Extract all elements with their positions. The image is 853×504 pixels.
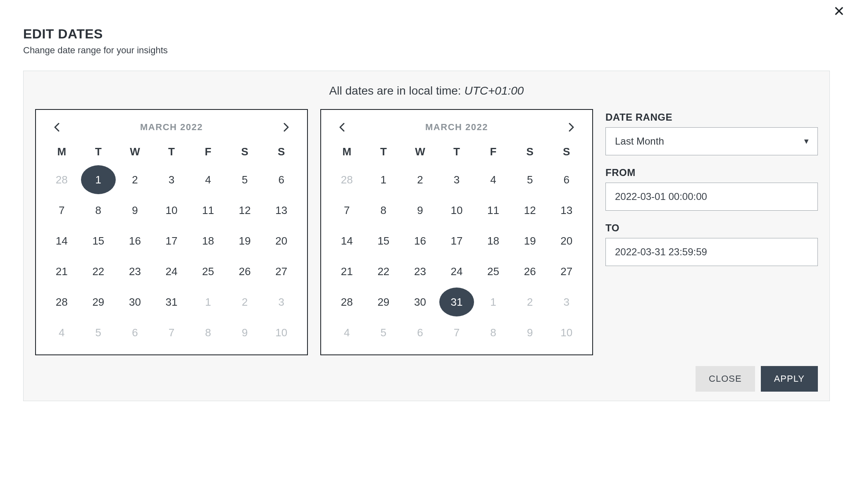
calendar-day[interactable]: 7 [44,196,79,225]
calendar-day[interactable]: 3 [264,288,299,316]
calendar-day[interactable]: 5 [81,318,116,347]
calendar-day[interactable]: 18 [476,226,511,255]
calendar-day[interactable]: 10 [264,318,299,347]
chevron-right-icon [569,123,574,132]
calendar-day[interactable]: 28 [329,288,365,316]
prev-month-button[interactable] [48,119,65,136]
calendar-day[interactable]: 29 [81,288,116,316]
calendar-day[interactable]: 15 [81,226,116,255]
calendar-day[interactable]: 8 [366,196,401,225]
calendar-day[interactable]: 6 [117,318,152,347]
calendar-day[interactable]: 5 [512,165,548,194]
calendar-day[interactable]: 18 [191,226,226,255]
calendar-day[interactable]: 12 [512,196,548,225]
calendar-day[interactable]: 4 [329,318,365,347]
calendar-day[interactable]: 6 [403,318,438,347]
calendar-day[interactable]: 5 [227,165,262,194]
to-input[interactable] [605,238,818,266]
prev-month-button[interactable] [334,119,350,136]
calendar-day[interactable]: 25 [191,257,226,286]
calendar-from-month-label: MARCH 2022 [65,122,278,133]
calendar-day[interactable]: 7 [154,318,189,347]
calendar-day[interactable]: 2 [227,288,262,316]
calendar-day[interactable]: 25 [476,257,511,286]
calendar-day[interactable]: 7 [329,196,365,225]
calendar-day[interactable]: 8 [191,318,226,347]
calendar-day[interactable]: 24 [154,257,189,286]
calendar-day[interactable]: 31 [439,288,474,316]
calendar-day[interactable]: 2 [512,288,548,316]
calendar-day[interactable]: 8 [81,196,116,225]
calendar-day[interactable]: 23 [117,257,152,286]
calendar-day[interactable]: 10 [154,196,189,225]
dialog-title: EDIT DATES [23,26,830,42]
calendar-day[interactable]: 27 [549,257,584,286]
calendar-day[interactable]: 12 [227,196,262,225]
calendar-day[interactable]: 20 [549,226,584,255]
calendar-day[interactable]: 29 [366,288,401,316]
calendar-day[interactable]: 1 [81,165,116,194]
calendar-weekday: S [227,140,262,164]
calendar-day[interactable]: 15 [366,226,401,255]
calendar-day[interactable]: 16 [117,226,152,255]
calendar-day[interactable]: 24 [439,257,474,286]
calendar-day[interactable]: 6 [264,165,299,194]
calendar-day[interactable]: 2 [403,165,438,194]
calendar-day[interactable]: 13 [549,196,584,225]
calendar-day[interactable]: 1 [366,165,401,194]
calendar-day[interactable]: 9 [403,196,438,225]
close-icon[interactable]: ✕ [830,2,848,20]
calendar-day[interactable]: 27 [264,257,299,286]
calendar-day[interactable]: 21 [44,257,79,286]
calendar-day[interactable]: 11 [476,196,511,225]
calendar-day[interactable]: 9 [117,196,152,225]
calendar-day[interactable]: 26 [512,257,548,286]
calendar-day[interactable]: 10 [549,318,584,347]
from-input[interactable] [605,183,818,211]
calendar-day[interactable]: 3 [549,288,584,316]
calendar-day[interactable]: 28 [329,165,365,194]
calendar-day[interactable]: 23 [403,257,438,286]
calendar-day[interactable]: 10 [439,196,474,225]
calendar-day[interactable]: 8 [476,318,511,347]
calendar-day[interactable]: 7 [439,318,474,347]
calendar-day[interactable]: 5 [366,318,401,347]
calendar-day[interactable]: 17 [154,226,189,255]
calendar-day[interactable]: 19 [227,226,262,255]
timezone-value: UTC+01:00 [464,84,524,97]
calendar-day[interactable]: 22 [81,257,116,286]
close-button[interactable]: CLOSE [696,366,755,392]
calendar-day[interactable]: 22 [366,257,401,286]
panel: All dates are in local time: UTC+01:00 M… [23,71,830,401]
calendar-day[interactable]: 3 [439,165,474,194]
calendar-day[interactable]: 14 [44,226,79,255]
calendar-day[interactable]: 4 [191,165,226,194]
calendar-day[interactable]: 21 [329,257,365,286]
calendar-day[interactable]: 28 [44,288,79,316]
calendar-day[interactable]: 4 [476,165,511,194]
calendar-day[interactable]: 1 [476,288,511,316]
calendar-day[interactable]: 31 [154,288,189,316]
calendar-day[interactable]: 30 [403,288,438,316]
calendar-day[interactable]: 1 [191,288,226,316]
calendar-day[interactable]: 20 [264,226,299,255]
calendar-day[interactable]: 11 [191,196,226,225]
calendar-day[interactable]: 9 [512,318,548,347]
calendar-day[interactable]: 6 [549,165,584,194]
calendar-day[interactable]: 13 [264,196,299,225]
apply-button[interactable]: APPLY [761,366,818,392]
calendar-day[interactable]: 3 [154,165,189,194]
calendar-day[interactable]: 16 [403,226,438,255]
date-range-select[interactable]: Last Month ▼ [605,127,818,155]
calendar-day[interactable]: 17 [439,226,474,255]
next-month-button[interactable] [278,119,295,136]
calendar-day[interactable]: 19 [512,226,548,255]
calendar-day[interactable]: 4 [44,318,79,347]
calendar-day[interactable]: 2 [117,165,152,194]
calendar-day[interactable]: 9 [227,318,262,347]
calendar-day[interactable]: 28 [44,165,79,194]
calendar-day[interactable]: 14 [329,226,365,255]
calendar-day[interactable]: 30 [117,288,152,316]
next-month-button[interactable] [563,119,580,136]
calendar-day[interactable]: 26 [227,257,262,286]
